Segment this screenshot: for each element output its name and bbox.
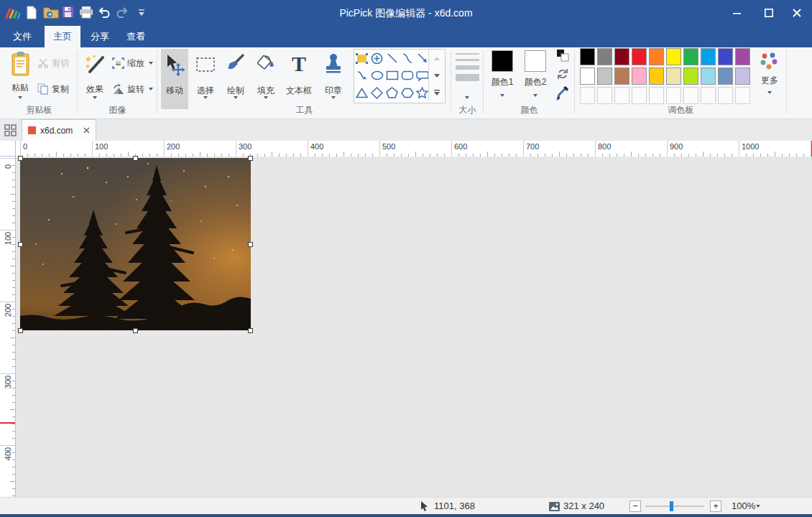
palette-swatch[interactable] <box>614 48 629 65</box>
eyedropper-button[interactable] <box>556 86 569 103</box>
paste-button[interactable]: 粘贴 <box>6 49 34 109</box>
tab-home[interactable]: 主页 <box>45 26 80 47</box>
more-colors-caret[interactable] <box>767 91 772 94</box>
zoom-slider-handle[interactable] <box>670 501 673 511</box>
palette-swatch[interactable] <box>701 48 716 65</box>
palette-swatch[interactable] <box>632 48 647 65</box>
effects-dropdown-caret[interactable] <box>93 96 97 99</box>
palette-swatch-empty[interactable] <box>580 87 595 104</box>
effects-button[interactable]: 效果 <box>80 49 109 109</box>
palette-swatch[interactable] <box>580 48 595 65</box>
swap-colors-button[interactable] <box>556 49 569 65</box>
minimize-button[interactable] <box>724 0 749 26</box>
palette-swatch[interactable] <box>649 48 664 65</box>
shape-circle-plus[interactable] <box>369 50 384 67</box>
fill-tool-button[interactable]: 填充 <box>252 49 280 109</box>
line-size-icon[interactable] <box>456 53 479 81</box>
rotate-dropdown-caret[interactable] <box>149 88 153 90</box>
color2-button[interactable]: 颜色2 <box>520 50 550 97</box>
fill-dropdown-caret[interactable] <box>264 96 268 99</box>
shape-diamond[interactable] <box>369 84 384 101</box>
selection-handle-n[interactable] <box>133 156 138 161</box>
selection-handle-s[interactable] <box>133 328 138 333</box>
maximize-button[interactable] <box>757 0 781 26</box>
shape-rounded-rectangle[interactable] <box>400 67 415 84</box>
draw-tool-button[interactable]: 绘制 <box>221 49 250 109</box>
palette-swatch[interactable] <box>597 48 612 65</box>
shape-rectangle[interactable] <box>384 67 400 84</box>
selection-handle-e[interactable] <box>248 242 253 247</box>
close-button[interactable] <box>785 0 809 26</box>
palette-swatch[interactable] <box>632 67 647 85</box>
tab-list-button[interactable] <box>4 124 17 139</box>
tab-share[interactable]: 分享 <box>83 26 116 47</box>
edited-image[interactable] <box>20 158 251 330</box>
selection-handle-nw[interactable] <box>18 156 23 161</box>
copy-button[interactable]: 复制 <box>37 80 76 98</box>
select-dropdown-caret[interactable] <box>203 96 208 99</box>
palette-swatch[interactable] <box>683 67 698 85</box>
selection-handle-ne[interactable] <box>248 156 253 161</box>
palette-swatch[interactable] <box>718 67 733 85</box>
zoom-in-button[interactable]: + <box>710 500 721 512</box>
shape-arrow-line[interactable] <box>415 50 430 67</box>
shape-speech-bubble[interactable] <box>415 67 430 84</box>
shape-curved-arrow[interactable] <box>354 67 369 84</box>
zoom-level-caret[interactable] <box>756 505 760 508</box>
palette-swatch-empty[interactable] <box>718 87 733 104</box>
shape-pentagon[interactable] <box>384 84 400 101</box>
draw-dropdown-caret[interactable] <box>234 96 238 99</box>
shapes-scroll-up-button[interactable] <box>428 50 444 67</box>
shape-triangle[interactable] <box>354 84 369 101</box>
color2-dropdown-caret[interactable] <box>533 94 538 97</box>
palette-swatch[interactable] <box>649 67 664 85</box>
resize-dropdown-caret[interactable] <box>149 62 153 65</box>
zoom-slider[interactable] <box>645 506 704 507</box>
tab-view[interactable]: 查看 <box>119 26 152 47</box>
palette-swatch[interactable] <box>597 67 612 85</box>
palette-swatch-empty[interactable] <box>666 87 681 104</box>
zoom-out-button[interactable]: − <box>629 500 641 512</box>
palette-swatch[interactable] <box>718 48 733 65</box>
reset-colors-button[interactable] <box>556 67 569 83</box>
stamp-tool-button[interactable]: 印章 <box>319 49 348 109</box>
palette-swatch-empty[interactable] <box>683 87 698 104</box>
selection-handle-se[interactable] <box>248 328 253 333</box>
palette-swatch-empty[interactable] <box>597 87 612 104</box>
selection-handle-sw[interactable] <box>18 328 23 333</box>
palette-swatch[interactable] <box>580 67 595 85</box>
palette-swatch-empty[interactable] <box>614 87 629 104</box>
shape-curve[interactable] <box>400 50 415 67</box>
size-dropdown-caret[interactable] <box>465 96 469 99</box>
rotate-button[interactable]: 旋转 <box>112 80 157 98</box>
document-tab-active[interactable]: x6d.com <box>22 119 96 141</box>
palette-swatch-empty[interactable] <box>735 87 750 104</box>
shape-selected-rectangle[interactable] <box>354 50 369 67</box>
palette-swatch[interactable] <box>701 67 716 85</box>
more-colors-button[interactable]: 更多 <box>755 52 784 94</box>
shape-line[interactable] <box>384 50 400 67</box>
shape-ellipse[interactable] <box>369 67 384 84</box>
textbox-tool-button[interactable]: T 文本框 <box>282 49 316 109</box>
tab-file[interactable]: 文件 <box>4 26 40 47</box>
palette-swatch[interactable] <box>666 67 681 85</box>
palette-swatch[interactable] <box>735 67 750 85</box>
color1-dropdown-caret[interactable] <box>500 94 504 97</box>
paste-dropdown-caret[interactable] <box>18 96 22 99</box>
stamp-dropdown-caret[interactable] <box>331 96 336 99</box>
shapes-more-button[interactable] <box>428 84 444 101</box>
move-tool-button[interactable]: 移动 <box>161 49 188 109</box>
palette-swatch[interactable] <box>683 48 698 65</box>
select-tool-button[interactable]: 选择 <box>191 49 220 109</box>
canvas-area[interactable] <box>16 157 812 497</box>
resize-button[interactable]: 缩放 <box>112 55 157 72</box>
palette-swatch[interactable] <box>666 48 681 65</box>
palette-swatch-empty[interactable] <box>632 87 647 104</box>
palette-swatch-empty[interactable] <box>701 87 716 104</box>
palette-swatch-empty[interactable] <box>649 87 664 104</box>
palette-swatch[interactable] <box>735 48 750 65</box>
selection-handle-w[interactable] <box>18 242 23 247</box>
shapes-scroll-down-button[interactable] <box>428 67 444 84</box>
shape-hexagon[interactable] <box>400 84 415 101</box>
tab-close-icon[interactable] <box>83 127 90 134</box>
